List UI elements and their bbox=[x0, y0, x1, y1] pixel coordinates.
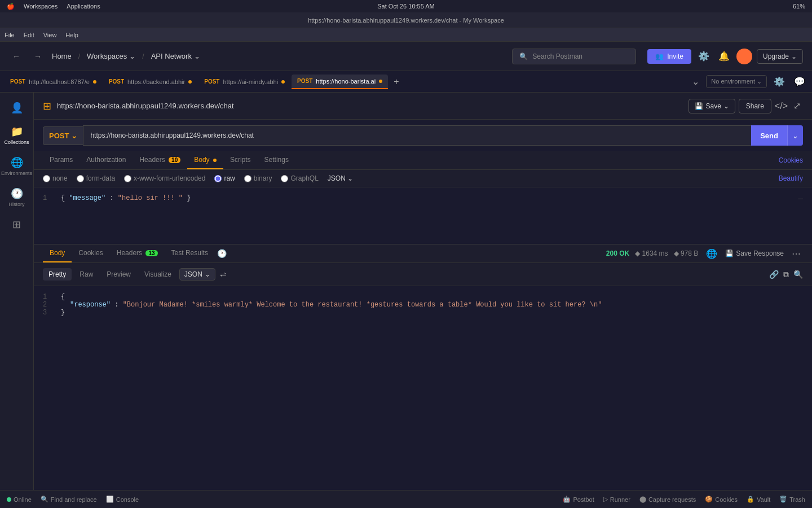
save-resp-icon: 💾 bbox=[725, 249, 734, 257]
collections-icon: 📁 bbox=[11, 125, 23, 138]
console-button[interactable]: ⬜ Console bbox=[106, 496, 139, 503]
resp-tab-headers[interactable]: Headers 13 bbox=[110, 244, 165, 262]
no-environment-button[interactable]: No environment ⌄ bbox=[706, 75, 767, 88]
send-dropdown-button[interactable]: ⌄ bbox=[787, 125, 803, 146]
api-network-button[interactable]: API Network ⌄ bbox=[151, 52, 200, 60]
tab-1[interactable]: POST https://backend.abhir bbox=[103, 75, 197, 89]
new-tab-button[interactable]: + bbox=[389, 75, 403, 89]
minimize-icon[interactable]: — bbox=[798, 194, 803, 203]
avatar[interactable] bbox=[736, 49, 752, 64]
body-none-radio[interactable] bbox=[43, 175, 50, 182]
cookies-button[interactable]: 🍪 Cookies bbox=[705, 496, 738, 503]
forward-button[interactable]: → bbox=[30, 50, 45, 63]
req-tab-headers[interactable]: Headers 10 bbox=[133, 151, 187, 169]
resp-tab-cookies[interactable]: Cookies bbox=[72, 244, 109, 262]
save-response-button[interactable]: 💾 Save Response bbox=[725, 249, 784, 257]
resp-history-button[interactable]: 🕐 bbox=[215, 247, 229, 260]
trash-icon: 🗑️ bbox=[779, 496, 787, 503]
sidebar-item-collections[interactable]: 📁 Collections bbox=[2, 121, 32, 150]
os-workspaces[interactable]: Workspaces bbox=[24, 3, 58, 10]
method-select[interactable]: POST ⌄ bbox=[43, 126, 83, 145]
back-button[interactable]: ← bbox=[9, 50, 24, 63]
menu-edit[interactable]: Edit bbox=[24, 32, 34, 38]
sidebar-item-account[interactable]: 👤 bbox=[2, 97, 32, 119]
sidebar-item-history[interactable]: 🕐 History bbox=[2, 183, 32, 212]
env-settings-button[interactable]: ⚙️ bbox=[771, 74, 787, 89]
runner-button[interactable]: ▷ Runner bbox=[603, 496, 630, 503]
body-binary-radio[interactable] bbox=[244, 175, 251, 182]
resize-button[interactable]: ⤢ bbox=[791, 98, 803, 113]
beautify-link[interactable]: Beautify bbox=[779, 174, 803, 182]
url-input[interactable] bbox=[83, 125, 751, 146]
find-replace-icon: 🔍 bbox=[41, 496, 48, 503]
resp-tab-body[interactable]: Body bbox=[43, 244, 72, 262]
postbot-button[interactable]: 🤖 Postbot bbox=[563, 496, 594, 503]
body-urlencoded-option[interactable]: x-www-form-urlencoded bbox=[124, 174, 205, 182]
format-visualize[interactable]: Visualize bbox=[139, 268, 177, 281]
home-link[interactable]: Home bbox=[52, 52, 72, 60]
format-raw[interactable]: Raw bbox=[74, 268, 99, 281]
resp-more-button[interactable]: ⋯ bbox=[789, 246, 803, 261]
wrap-button[interactable]: ⇌ bbox=[218, 268, 229, 281]
req-tab-scripts[interactable]: Scripts bbox=[223, 151, 258, 169]
find-replace-button[interactable]: 🔍 Find and replace bbox=[41, 496, 97, 503]
tab-method-1: POST bbox=[109, 78, 124, 85]
invite-button[interactable]: 👥 Invite bbox=[647, 49, 691, 64]
comments-button[interactable]: 💬 bbox=[792, 74, 807, 89]
sidebar-item-more[interactable]: ⊞ bbox=[2, 214, 32, 235]
body-graphql-option[interactable]: GraphQL bbox=[281, 174, 318, 182]
upgrade-button[interactable]: Upgrade ⌄ bbox=[757, 49, 803, 64]
tab-2[interactable]: POST https://ai-mindy.abhi bbox=[198, 75, 290, 89]
body-raw-radio[interactable] bbox=[214, 175, 222, 182]
format-pretty[interactable]: Pretty bbox=[43, 268, 72, 281]
globe-icon-button[interactable]: 🌐 bbox=[704, 246, 720, 261]
search-resp-button[interactable]: 🔍 bbox=[793, 270, 803, 279]
tab-3[interactable]: POST https://hono-barista.ai bbox=[292, 75, 388, 89]
cookies-link[interactable]: Cookies bbox=[779, 156, 803, 164]
req-tab-params[interactable]: Params bbox=[43, 151, 80, 169]
sidebar-item-environments[interactable]: 🌐 Environments bbox=[2, 152, 32, 181]
online-status[interactable]: Online bbox=[7, 496, 32, 503]
vault-button[interactable]: 🔒 Vault bbox=[747, 496, 770, 503]
resp-brace-open: { bbox=[61, 293, 65, 301]
body-graphql-radio[interactable] bbox=[281, 175, 288, 182]
req-tab-body[interactable]: Body bbox=[187, 151, 223, 169]
trash-button[interactable]: 🗑️ Trash bbox=[779, 496, 805, 503]
code-button[interactable]: </> bbox=[775, 101, 788, 111]
json-format-select[interactable]: JSON ⌄ bbox=[179, 268, 215, 281]
main-layout: 👤 📁 Collections 🌐 Environments 🕐 History… bbox=[0, 93, 812, 490]
search-bar[interactable]: 🔍 Search Postman bbox=[512, 49, 636, 64]
copy-icon-button[interactable]: ⧉ bbox=[783, 270, 789, 279]
save-button[interactable]: 💾 Save ⌄ bbox=[689, 99, 735, 113]
body-formdata-radio[interactable] bbox=[77, 175, 84, 182]
link-icon-button[interactable]: 🔗 bbox=[769, 270, 779, 279]
body-formdata-option[interactable]: form-data bbox=[77, 174, 115, 182]
runner-icon: ▷ bbox=[603, 496, 608, 503]
menu-file[interactable]: File bbox=[5, 32, 15, 38]
body-raw-option[interactable]: raw bbox=[214, 174, 235, 182]
format-json-button[interactable]: JSON ⌄ bbox=[328, 174, 353, 182]
workspaces-button[interactable]: Workspaces ⌄ bbox=[87, 52, 135, 60]
share-button[interactable]: Share bbox=[739, 99, 771, 113]
format-preview[interactable]: Preview bbox=[101, 268, 136, 281]
os-apple[interactable]: 🍎 bbox=[7, 3, 15, 10]
body-urlencoded-radio[interactable] bbox=[124, 175, 131, 182]
os-applications[interactable]: Applications bbox=[67, 3, 100, 10]
send-button[interactable]: Send bbox=[751, 125, 787, 146]
environments-label: Environments bbox=[1, 170, 32, 176]
environments-icon: 🌐 bbox=[11, 156, 23, 169]
code-editor[interactable]: 1 { "message" : "hello sir !!! " } — bbox=[34, 187, 812, 244]
req-tab-settings[interactable]: Settings bbox=[258, 151, 295, 169]
req-tab-auth[interactable]: Authorization bbox=[80, 151, 133, 169]
menu-help[interactable]: Help bbox=[65, 32, 78, 38]
capture-requests-button[interactable]: ⬤ Capture requests bbox=[639, 496, 696, 503]
tabs-dropdown-button[interactable]: ⌄ bbox=[690, 74, 701, 89]
notification-button[interactable]: 🔔 bbox=[716, 49, 732, 64]
settings-button[interactable]: ⚙️ bbox=[696, 49, 712, 64]
resp-tab-test-results[interactable]: Test Results bbox=[165, 244, 215, 262]
tab-0[interactable]: POST http://localhost:8787/e bbox=[5, 75, 102, 89]
menu-view[interactable]: View bbox=[43, 32, 57, 38]
body-binary-option[interactable]: binary bbox=[244, 174, 272, 182]
tab-url-2: https://ai-mindy.abhi bbox=[223, 78, 278, 85]
body-none-option[interactable]: none bbox=[43, 174, 68, 182]
